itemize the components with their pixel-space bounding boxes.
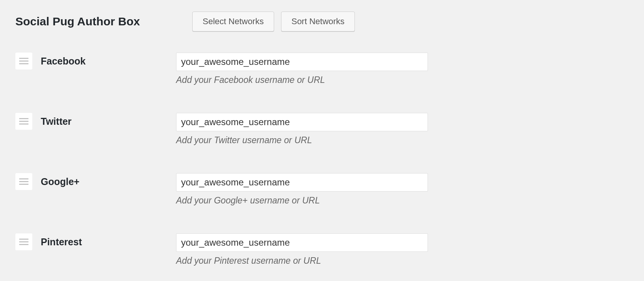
twitter-hint: Add your Twitter username or URL [176,135,428,145]
googleplus-input[interactable] [176,173,428,192]
input-area: Add your Google+ username or URL [176,173,428,206]
network-row-facebook: Facebook Add your Facebook username or U… [15,53,629,85]
network-label-pinterest: Pinterest [41,236,82,248]
twitter-input[interactable] [176,113,428,131]
input-area: Add your Twitter username or URL [176,113,428,145]
network-label-area: Facebook [15,53,176,69]
hamburger-icon [19,178,28,185]
hamburger-icon [19,238,28,245]
facebook-input[interactable] [176,53,428,71]
header-row: Social Pug Author Box Select Networks So… [15,12,629,31]
network-row-googleplus: Google+ Add your Google+ username or URL [15,173,629,206]
pinterest-input[interactable] [176,233,428,252]
drag-handle-icon[interactable] [15,173,32,190]
network-label-area: Google+ [15,173,176,190]
drag-handle-icon[interactable] [15,53,32,69]
input-area: Add your Pinterest username or URL [176,233,428,266]
network-label-twitter: Twitter [41,116,72,127]
sort-networks-button[interactable]: Sort Networks [281,12,355,31]
network-label-area: Twitter [15,113,176,130]
select-networks-button[interactable]: Select Networks [192,12,274,31]
network-row-twitter: Twitter Add your Twitter username or URL [15,113,629,145]
facebook-hint: Add your Facebook username or URL [176,75,428,85]
hamburger-icon [19,118,28,125]
pinterest-hint: Add your Pinterest username or URL [176,256,428,266]
network-label-googleplus: Google+ [41,176,80,187]
input-area: Add your Facebook username or URL [176,53,428,85]
drag-handle-icon[interactable] [15,233,32,250]
button-group: Select Networks Sort Networks [192,12,355,31]
network-label-facebook: Facebook [41,56,86,67]
section-title: Social Pug Author Box [15,15,161,28]
googleplus-hint: Add your Google+ username or URL [176,195,428,206]
network-row-pinterest: Pinterest Add your Pinterest username or… [15,233,629,266]
network-label-area: Pinterest [15,233,176,250]
hamburger-icon [19,58,28,64]
drag-handle-icon[interactable] [15,113,32,130]
